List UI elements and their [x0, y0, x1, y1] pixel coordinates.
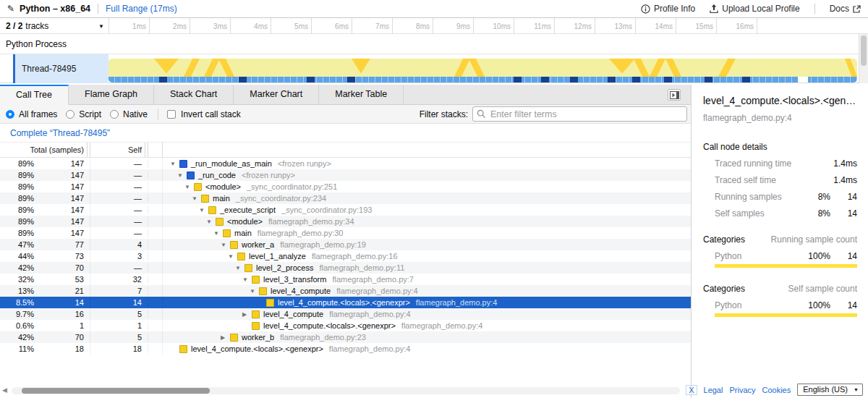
- ruler-tick: 6ms: [312, 18, 352, 34]
- complete-range-breadcrumb[interactable]: Complete “Thread-78495”: [10, 128, 110, 138]
- function-location: <frozen runpy>: [242, 171, 295, 179]
- table-row[interactable]: 42%705▶worker_bflamegraph_demo.py:23: [0, 331, 691, 343]
- collapse-icon[interactable]: ▼: [221, 242, 230, 248]
- table-row[interactable]: 89%147—▼_execute_script_sync_coordinator…: [0, 204, 691, 216]
- spacer-cell: [148, 343, 163, 355]
- all-frames-radio[interactable]: [6, 110, 14, 119]
- sample-cluster: [632, 77, 640, 82]
- edit-profile-name-icon[interactable]: ✎: [7, 4, 14, 14]
- collapse-icon[interactable]: ▼: [170, 161, 179, 167]
- self-cell: —: [90, 206, 148, 214]
- total-cell: 44%73: [0, 250, 90, 262]
- collapse-icon[interactable]: ▼: [228, 253, 237, 260]
- table-row[interactable]: 89%147—▼_run_code<frozen runpy>: [0, 169, 691, 181]
- table-row[interactable]: 44%733▼level_1_analyzeflamegraph_demo.py…: [0, 250, 691, 262]
- table-row[interactable]: 89%147—▼_run_module_as_main<frozen runpy…: [0, 158, 691, 169]
- total-cell: 89%147: [0, 204, 90, 216]
- cpu-spike: [352, 59, 370, 74]
- filter-stacks-input[interactable]: [472, 106, 687, 122]
- sample-cluster: [608, 77, 616, 82]
- self-cell: 5: [90, 310, 148, 318]
- table-row[interactable]: 42%70—▼level_2_processflamegraph_demo.py…: [0, 262, 691, 274]
- collapse-icon[interactable]: ▼: [199, 207, 208, 213]
- footer-link-privacy[interactable]: Privacy: [729, 386, 755, 394]
- table-row[interactable]: 32%5332▼level_3_transformflamegraph_demo…: [0, 274, 691, 285]
- footer-link-cookies[interactable]: Cookies: [762, 386, 791, 394]
- native-radio-label[interactable]: Native: [123, 109, 148, 119]
- function-name: _run_code: [198, 171, 236, 179]
- expand-icon[interactable]: ▶: [242, 311, 252, 318]
- horizontal-scrollbar[interactable]: [12, 387, 680, 394]
- function-location: flamegraph_demo.py:11: [320, 263, 405, 272]
- docs-button[interactable]: Docs: [822, 4, 868, 14]
- total-percent: 89%: [18, 229, 34, 237]
- scroll-left-icon[interactable]: ◀: [2, 386, 7, 394]
- spacer-cell: [148, 227, 163, 239]
- ruler-tick: 8ms: [393, 18, 433, 34]
- column-header-total[interactable]: Total (samples): [0, 143, 90, 157]
- footer-link-legal[interactable]: Legal: [704, 386, 723, 394]
- table-row[interactable]: 89%147—▼<module>flamegraph_demo.py:34: [0, 216, 691, 227]
- ruler-tick: 7ms: [352, 18, 393, 34]
- function-cell: level_4_compute.<locals>.<genexpr>flameg…: [163, 321, 691, 330]
- table-row[interactable]: 11%1818level_4_compute.<locals>.<genexpr…: [0, 343, 691, 355]
- table-row[interactable]: 89%147—▼<module>_sync_coordinator.py:251: [0, 181, 691, 192]
- expand-icon[interactable]: ▶: [221, 334, 230, 341]
- table-row[interactable]: 8.5%1414level_4_compute.<locals>.<genexp…: [0, 297, 691, 308]
- activity-graph: [109, 59, 857, 77]
- language-select[interactable]: English (US) ▼: [797, 384, 863, 396]
- category-header: CategoriesSelf sample count: [703, 284, 857, 294]
- spacer-cell: [148, 216, 163, 227]
- collapse-icon[interactable]: ▼: [192, 195, 201, 202]
- total-percent: 89%: [18, 171, 34, 179]
- cpu-spike: [154, 59, 179, 74]
- tab-marker-chart[interactable]: Marker Chart: [234, 85, 319, 105]
- profile-info-button[interactable]: Profile Info: [634, 4, 702, 14]
- column-header-self[interactable]: Self: [90, 143, 148, 157]
- full-range-button[interactable]: Full Range (17ms): [106, 4, 177, 14]
- table-row[interactable]: 0.6%11level_4_compute.<locals>.<genexpr>…: [0, 320, 691, 331]
- total-cell: 89%147: [0, 192, 90, 204]
- horizontal-scrollbar-thumb[interactable]: [22, 388, 210, 394]
- collapse-icon[interactable]: ▼: [250, 288, 259, 295]
- process-track-row[interactable]: Python Process: [0, 34, 868, 54]
- invert-call-stack-checkbox[interactable]: [167, 110, 176, 119]
- table-row[interactable]: 89%147—▼mainflamegraph_demo.py:30: [0, 227, 691, 239]
- table-row[interactable]: 9.7%165▶level_4_computeflamegraph_demo.p…: [0, 308, 691, 320]
- collapse-icon[interactable]: ▼: [235, 265, 244, 271]
- footer-link-x[interactable]: X: [686, 385, 697, 395]
- spacer-cell: [148, 204, 163, 216]
- tab-flame-graph[interactable]: Flame Graph: [69, 85, 154, 105]
- table-row[interactable]: 47%774▼worker_aflamegraph_demo.py:19: [0, 239, 691, 250]
- collapse-icon[interactable]: ▼: [206, 219, 216, 225]
- table-row[interactable]: 13%217▼level_4_computeflamegraph_demo.py…: [0, 285, 691, 297]
- tracks-scrollbar[interactable]: [859, 34, 868, 83]
- tab-stack-chart[interactable]: Stack Chart: [154, 85, 234, 105]
- table-row[interactable]: 89%147—▼main_sync_coordinator.py:234: [0, 192, 691, 204]
- tab-call-tree[interactable]: Call Tree: [0, 85, 69, 105]
- function-name: worker_b: [242, 333, 274, 342]
- collapse-icon[interactable]: ▼: [177, 172, 187, 179]
- open-sidebar-button[interactable]: [668, 89, 681, 101]
- script-radio[interactable]: [66, 110, 75, 119]
- invert-call-stack-label[interactable]: Invert call stack: [181, 109, 241, 119]
- category-count: 14: [830, 300, 857, 310]
- tracks-visibility-dropdown[interactable]: 2 / 2 tracks ▼: [6, 18, 109, 34]
- collapse-icon[interactable]: ▼: [242, 276, 252, 283]
- native-radio[interactable]: [110, 110, 119, 119]
- script-radio-label[interactable]: Script: [79, 109, 101, 119]
- all-frames-radio-label[interactable]: All frames: [19, 109, 57, 119]
- spacer-cell: [148, 239, 163, 250]
- category-icon: [201, 195, 209, 203]
- track-activity-graph[interactable]: [109, 59, 857, 82]
- collapse-icon[interactable]: ▼: [213, 230, 223, 237]
- tab-marker-table[interactable]: Marker Table: [319, 85, 404, 105]
- function-cell: ▼level_3_transformflamegraph_demo.py:7: [163, 275, 691, 284]
- total-samples: 21: [75, 287, 84, 295]
- thread-track-row[interactable]: Thread-78495: [0, 54, 868, 83]
- category-icon: [252, 310, 260, 318]
- upload-profile-button[interactable]: Upload Local Profile: [702, 4, 807, 14]
- total-samples: 147: [71, 182, 84, 191]
- collapse-icon[interactable]: ▼: [184, 184, 194, 190]
- thread-track-label[interactable]: Thread-78495: [15, 54, 109, 83]
